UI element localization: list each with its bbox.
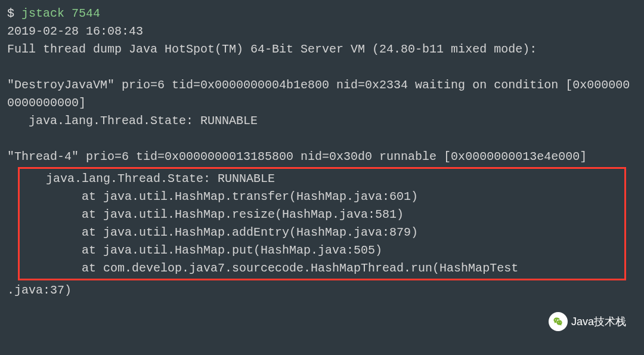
stack-frame: at com.develop.java7.sourcecode.HashMapT… <box>24 260 623 277</box>
prompt-symbol: $ <box>7 7 21 20</box>
blank-line <box>7 58 637 76</box>
timestamp-line: 2019-02-28 16:08:43 <box>7 23 637 41</box>
stack-tail: .java:37) <box>7 282 637 300</box>
watermark: Java技术栈 <box>549 312 626 331</box>
command-text: jstack 7544 <box>21 7 100 20</box>
stack-frame: at java.util.HashMap.transfer(HashMap.ja… <box>24 188 623 206</box>
thread-destroy-state: java.lang.Thread.State: RUNNABLE <box>7 112 637 130</box>
stack-frame: at java.util.HashMap.resize(HashMap.java… <box>24 206 623 224</box>
blank-line <box>7 130 637 148</box>
header-line: Full thread dump Java HotSpot(TM) 64-Bit… <box>7 41 637 58</box>
command-line: $ jstack 7544 <box>7 5 637 23</box>
terminal-output: $ jstack 7544 2019-02-28 16:08:43 Full t… <box>7 5 637 300</box>
watermark-text: Java技术栈 <box>571 314 626 330</box>
stack-frame: at java.util.HashMap.addEntry(HashMap.ja… <box>24 224 623 242</box>
thread-4-line: "Thread-4" prio=6 tid=0x0000000013185800… <box>7 148 637 166</box>
highlight-box: java.lang.Thread.State: RUNNABLE at java… <box>18 167 626 280</box>
thread-4-state: java.lang.Thread.State: RUNNABLE <box>24 170 623 188</box>
wechat-icon <box>549 312 568 331</box>
stack-frame: at java.util.HashMap.put(HashMap.java:50… <box>24 242 623 260</box>
thread-destroy-line: "DestroyJavaVM" prio=6 tid=0x0000000004b… <box>7 76 637 112</box>
